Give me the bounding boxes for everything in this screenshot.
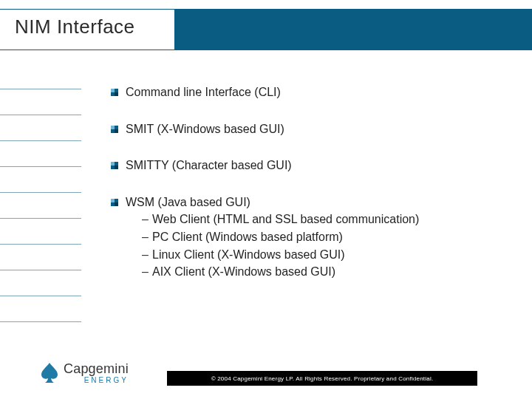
rule-line — [0, 296, 81, 296]
svg-rect-2 — [115, 92, 118, 96]
rule-line — [0, 140, 81, 141]
title-bar-accent — [174, 10, 532, 50]
bullet-text: SMIT (X-Windows based GUI) — [126, 121, 284, 137]
slide: NIM Interface Command line Interface (CL… — [0, 0, 532, 399]
rule-line — [0, 244, 81, 245]
content-area: Command line Interface (CLI) SMIT (X-Win… — [111, 84, 502, 280]
svg-rect-7 — [111, 162, 115, 166]
sub-bullet-item: – AIX Client (X-Windows based GUI) — [142, 264, 419, 280]
bullet-item: WSM (Java based GUI) – Web Client (HTML … — [111, 194, 502, 280]
spade-icon — [40, 362, 59, 384]
sub-bullet-text: AIX Client (X-Windows based GUI) — [152, 264, 335, 280]
title-bar: NIM Interface — [0, 9, 532, 50]
logo-text: Capgemini ENERGY — [64, 362, 129, 384]
bullet-icon — [111, 162, 118, 169]
bullet-item: SMIT (X-Windows based GUI) — [111, 121, 502, 137]
svg-rect-8 — [115, 166, 118, 169]
rule-line — [0, 270, 81, 270]
sub-bullet-text: Web Client (HTML and SSL based communica… — [152, 211, 419, 228]
sub-bullet-text: Linux Client (X-Windows based GUI) — [152, 247, 345, 263]
dash-icon: – — [142, 211, 152, 228]
bullet-body: WSM (Java based GUI) – Web Client (HTML … — [126, 194, 419, 280]
svg-rect-5 — [115, 129, 118, 133]
bullet-icon — [111, 199, 118, 206]
logo-subline: ENERGY — [64, 377, 129, 384]
svg-rect-11 — [115, 202, 118, 206]
rule-line — [0, 166, 81, 167]
copyright-bar: © 2004 Capgemini Energy LP. All Rights R… — [167, 371, 477, 386]
bullet-text: Command line Interface (CLI) — [126, 84, 281, 100]
sub-bullet-text: PC Client (Windows based platform) — [152, 229, 343, 245]
sub-bullet-item: – PC Client (Windows based platform) — [142, 229, 419, 245]
bullet-item: SMITTY (Character based GUI) — [111, 157, 502, 174]
rule-line — [0, 321, 81, 322]
footer: Capgemini ENERGY © 2004 Capgemini Energy… — [0, 356, 532, 399]
dash-icon: – — [142, 229, 152, 245]
rule-line — [0, 89, 81, 89]
rule-line — [0, 115, 81, 115]
bullet-icon — [111, 89, 118, 96]
sub-bullet-list: – Web Client (HTML and SSL based communi… — [142, 211, 419, 279]
bullet-icon — [111, 126, 118, 133]
bullet-text: SMITTY (Character based GUI) — [126, 157, 292, 174]
svg-rect-4 — [111, 126, 115, 129]
logo-brand-a: Capgemini — [64, 361, 129, 376]
bullet-item: Command line Interface (CLI) — [111, 84, 502, 100]
dash-icon: – — [142, 247, 152, 263]
bullet-text: WSM (Java based GUI) — [126, 196, 250, 208]
sub-bullet-item: – Web Client (HTML and SSL based communi… — [142, 211, 419, 228]
slide-title: NIM Interface — [15, 16, 174, 38]
logo-brand: Capgemini — [64, 362, 129, 375]
rule-line — [0, 218, 81, 219]
dash-icon: – — [142, 264, 152, 280]
title-cell: NIM Interface — [0, 10, 174, 50]
svg-rect-1 — [111, 89, 115, 92]
svg-rect-10 — [111, 199, 115, 202]
rule-line — [0, 192, 81, 193]
brand-logo: Capgemini ENERGY — [40, 362, 129, 384]
left-rule-decor — [0, 89, 81, 347]
copyright-text: © 2004 Capgemini Energy LP. All Rights R… — [211, 375, 434, 382]
sub-bullet-item: – Linux Client (X-Windows based GUI) — [142, 247, 419, 263]
